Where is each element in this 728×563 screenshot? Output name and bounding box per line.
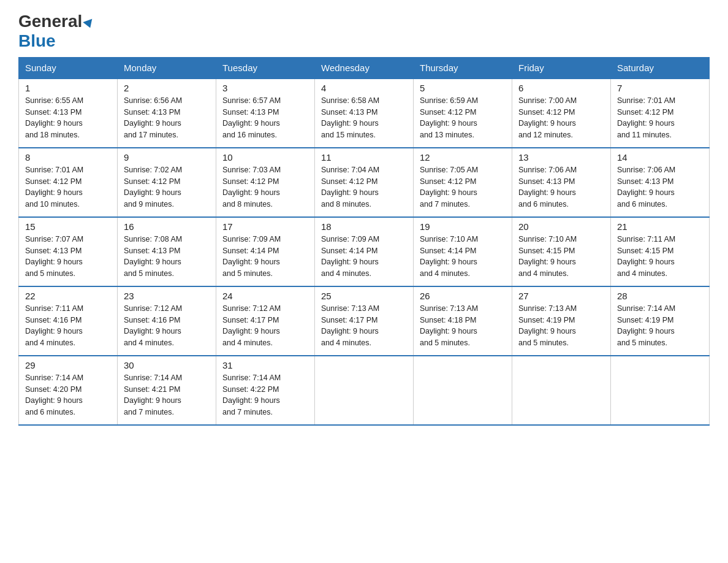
day-detail: Sunrise: 7:12 AM Sunset: 4:16 PM Dayligh…	[124, 303, 210, 349]
empty-cell	[611, 356, 710, 425]
day-cell-8: 8 Sunrise: 7:01 AM Sunset: 4:12 PM Dayli…	[19, 148, 118, 217]
empty-cell	[315, 356, 414, 425]
page-header: General Blue	[18, 12, 710, 51]
day-cell-4: 4 Sunrise: 6:58 AM Sunset: 4:13 PM Dayli…	[315, 79, 414, 148]
day-detail: Sunrise: 7:06 AM Sunset: 4:13 PM Dayligh…	[518, 164, 604, 210]
day-number: 10	[222, 152, 308, 163]
calendar-table: SundayMondayTuesdayWednesdayThursdayFrid…	[18, 57, 710, 426]
day-number: 14	[617, 152, 703, 163]
day-cell-12: 12 Sunrise: 7:05 AM Sunset: 4:12 PM Dayl…	[414, 148, 512, 217]
empty-cell	[414, 356, 512, 425]
day-cell-25: 25 Sunrise: 7:13 AM Sunset: 4:17 PM Dayl…	[315, 286, 414, 356]
day-number: 1	[25, 83, 111, 93]
day-detail: Sunrise: 7:11 AM Sunset: 4:16 PM Dayligh…	[25, 303, 111, 349]
day-detail: Sunrise: 7:14 AM Sunset: 4:22 PM Dayligh…	[222, 372, 308, 418]
day-cell-28: 28 Sunrise: 7:14 AM Sunset: 4:19 PM Dayl…	[611, 286, 710, 356]
header-row: SundayMondayTuesdayWednesdayThursdayFrid…	[19, 57, 710, 79]
day-cell-18: 18 Sunrise: 7:09 AM Sunset: 4:14 PM Dayl…	[315, 217, 414, 286]
day-number: 25	[321, 291, 407, 301]
day-cell-15: 15 Sunrise: 7:07 AM Sunset: 4:13 PM Dayl…	[19, 217, 118, 286]
day-cell-6: 6 Sunrise: 7:00 AM Sunset: 4:12 PM Dayli…	[512, 79, 611, 148]
day-detail: Sunrise: 6:57 AM Sunset: 4:13 PM Dayligh…	[222, 95, 308, 141]
day-cell-2: 2 Sunrise: 6:56 AM Sunset: 4:13 PM Dayli…	[118, 79, 216, 148]
day-detail: Sunrise: 7:11 AM Sunset: 4:15 PM Dayligh…	[617, 234, 703, 280]
day-detail: Sunrise: 7:06 AM Sunset: 4:13 PM Dayligh…	[617, 164, 703, 210]
day-detail: Sunrise: 7:13 AM Sunset: 4:19 PM Dayligh…	[518, 303, 604, 349]
logo-triangle-icon	[83, 19, 95, 30]
day-number: 27	[518, 291, 604, 301]
day-cell-17: 17 Sunrise: 7:09 AM Sunset: 4:14 PM Dayl…	[216, 217, 315, 286]
header-sunday: Sunday	[19, 57, 118, 79]
day-detail: Sunrise: 7:14 AM Sunset: 4:21 PM Dayligh…	[124, 372, 210, 418]
day-number: 12	[420, 152, 506, 163]
day-cell-30: 30 Sunrise: 7:14 AM Sunset: 4:21 PM Dayl…	[118, 356, 216, 425]
day-number: 29	[25, 360, 111, 370]
week-row-1: 1 Sunrise: 6:55 AM Sunset: 4:13 PM Dayli…	[19, 79, 710, 148]
logo-blue-text: Blue	[18, 31, 56, 51]
day-number: 22	[25, 291, 111, 301]
day-detail: Sunrise: 7:13 AM Sunset: 4:17 PM Dayligh…	[321, 303, 407, 349]
day-number: 24	[222, 291, 308, 301]
logo-text: General	[18, 12, 94, 31]
day-number: 8	[25, 152, 111, 163]
day-cell-26: 26 Sunrise: 7:13 AM Sunset: 4:18 PM Dayl…	[414, 286, 512, 356]
day-number: 28	[617, 291, 703, 301]
header-friday: Friday	[512, 57, 611, 79]
day-detail: Sunrise: 7:07 AM Sunset: 4:13 PM Dayligh…	[25, 234, 111, 280]
day-cell-10: 10 Sunrise: 7:03 AM Sunset: 4:12 PM Dayl…	[216, 148, 315, 217]
day-number: 20	[518, 221, 604, 232]
day-detail: Sunrise: 7:01 AM Sunset: 4:12 PM Dayligh…	[25, 164, 111, 210]
day-cell-9: 9 Sunrise: 7:02 AM Sunset: 4:12 PM Dayli…	[118, 148, 216, 217]
day-number: 15	[25, 221, 111, 232]
day-detail: Sunrise: 7:13 AM Sunset: 4:18 PM Dayligh…	[420, 303, 506, 349]
day-detail: Sunrise: 7:09 AM Sunset: 4:14 PM Dayligh…	[321, 234, 407, 280]
day-detail: Sunrise: 7:08 AM Sunset: 4:13 PM Dayligh…	[124, 234, 210, 280]
day-cell-31: 31 Sunrise: 7:14 AM Sunset: 4:22 PM Dayl…	[216, 356, 315, 425]
day-cell-27: 27 Sunrise: 7:13 AM Sunset: 4:19 PM Dayl…	[512, 286, 611, 356]
week-row-2: 8 Sunrise: 7:01 AM Sunset: 4:12 PM Dayli…	[19, 148, 710, 217]
header-tuesday: Tuesday	[216, 57, 315, 79]
day-number: 31	[222, 360, 308, 370]
day-cell-13: 13 Sunrise: 7:06 AM Sunset: 4:13 PM Dayl…	[512, 148, 611, 217]
day-detail: Sunrise: 7:14 AM Sunset: 4:19 PM Dayligh…	[617, 303, 703, 349]
day-detail: Sunrise: 6:55 AM Sunset: 4:13 PM Dayligh…	[25, 95, 111, 141]
day-detail: Sunrise: 7:10 AM Sunset: 4:14 PM Dayligh…	[420, 234, 506, 280]
logo: General Blue	[18, 12, 94, 51]
day-number: 11	[321, 152, 407, 163]
header-monday: Monday	[118, 57, 216, 79]
day-number: 6	[518, 83, 604, 93]
day-detail: Sunrise: 7:10 AM Sunset: 4:15 PM Dayligh…	[518, 234, 604, 280]
day-number: 21	[617, 221, 703, 232]
day-cell-29: 29 Sunrise: 7:14 AM Sunset: 4:20 PM Dayl…	[19, 356, 118, 425]
day-cell-20: 20 Sunrise: 7:10 AM Sunset: 4:15 PM Dayl…	[512, 217, 611, 286]
day-detail: Sunrise: 7:12 AM Sunset: 4:17 PM Dayligh…	[222, 303, 308, 349]
header-thursday: Thursday	[414, 57, 512, 79]
day-number: 9	[124, 152, 210, 163]
day-number: 26	[420, 291, 506, 301]
day-detail: Sunrise: 7:00 AM Sunset: 4:12 PM Dayligh…	[518, 95, 604, 141]
day-cell-24: 24 Sunrise: 7:12 AM Sunset: 4:17 PM Dayl…	[216, 286, 315, 356]
day-number: 5	[420, 83, 506, 93]
day-detail: Sunrise: 6:58 AM Sunset: 4:13 PM Dayligh…	[321, 95, 407, 141]
day-cell-23: 23 Sunrise: 7:12 AM Sunset: 4:16 PM Dayl…	[118, 286, 216, 356]
day-detail: Sunrise: 7:04 AM Sunset: 4:12 PM Dayligh…	[321, 164, 407, 210]
day-number: 18	[321, 221, 407, 232]
day-cell-7: 7 Sunrise: 7:01 AM Sunset: 4:12 PM Dayli…	[611, 79, 710, 148]
day-detail: Sunrise: 7:02 AM Sunset: 4:12 PM Dayligh…	[124, 164, 210, 210]
day-detail: Sunrise: 7:03 AM Sunset: 4:12 PM Dayligh…	[222, 164, 308, 210]
week-row-3: 15 Sunrise: 7:07 AM Sunset: 4:13 PM Dayl…	[19, 217, 710, 286]
header-saturday: Saturday	[611, 57, 710, 79]
week-row-5: 29 Sunrise: 7:14 AM Sunset: 4:20 PM Dayl…	[19, 356, 710, 425]
week-row-4: 22 Sunrise: 7:11 AM Sunset: 4:16 PM Dayl…	[19, 286, 710, 356]
day-cell-19: 19 Sunrise: 7:10 AM Sunset: 4:14 PM Dayl…	[414, 217, 512, 286]
day-cell-11: 11 Sunrise: 7:04 AM Sunset: 4:12 PM Dayl…	[315, 148, 414, 217]
day-cell-1: 1 Sunrise: 6:55 AM Sunset: 4:13 PM Dayli…	[19, 79, 118, 148]
day-cell-14: 14 Sunrise: 7:06 AM Sunset: 4:13 PM Dayl…	[611, 148, 710, 217]
empty-cell	[512, 356, 611, 425]
day-number: 30	[124, 360, 210, 370]
day-number: 17	[222, 221, 308, 232]
day-detail: Sunrise: 6:56 AM Sunset: 4:13 PM Dayligh…	[124, 95, 210, 141]
day-number: 7	[617, 83, 703, 93]
day-detail: Sunrise: 6:59 AM Sunset: 4:12 PM Dayligh…	[420, 95, 506, 141]
day-number: 23	[124, 291, 210, 301]
